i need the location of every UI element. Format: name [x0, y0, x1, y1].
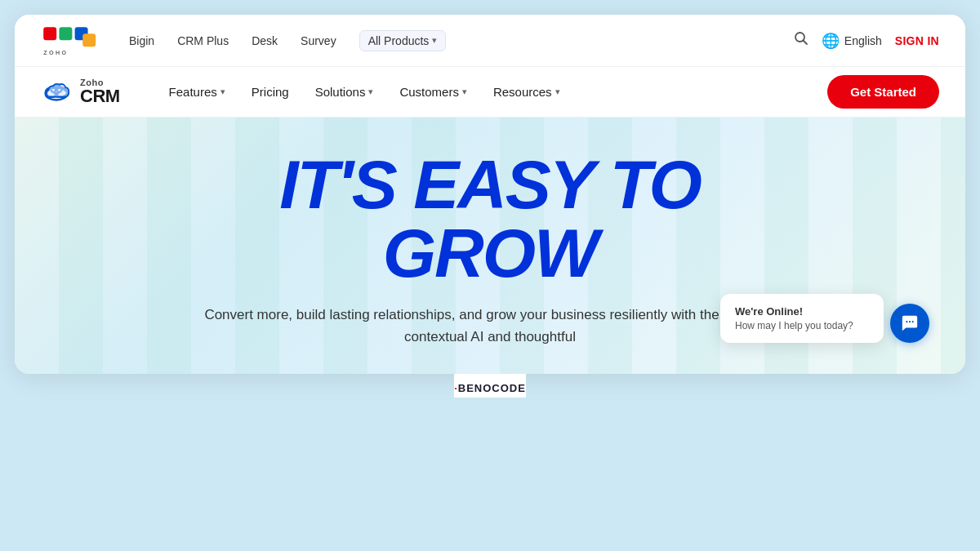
globe-icon: 🌐 — [822, 32, 840, 50]
top-navbar: ZOHO Bigin CRM Plus Desk Survey All Prod… — [15, 15, 965, 67]
chat-icon — [901, 314, 919, 332]
hero-section: IT'S EASY TO GROW Convert more, build la… — [15, 118, 965, 374]
search-icon[interactable] — [794, 31, 808, 50]
crm-nav-customers[interactable]: Customers ▾ — [390, 80, 477, 104]
crm-nav-pricing[interactable]: Pricing — [242, 80, 299, 104]
hero-title-line1: IT'S EASY TO — [204, 150, 776, 219]
top-nav-links: Bigin CRM Plus Desk Survey All Products … — [129, 30, 794, 51]
nav-bigin[interactable]: Bigin — [129, 34, 154, 47]
main-card: ZOHO Bigin CRM Plus Desk Survey All Prod… — [15, 15, 965, 374]
crm-features-label: Features — [169, 85, 217, 99]
sign-in-button[interactable]: SIGN IN — [895, 34, 939, 47]
customers-chevron-icon: ▾ — [462, 87, 467, 97]
hero-title: IT'S EASY TO GROW — [204, 150, 776, 287]
svg-point-12 — [909, 321, 911, 322]
crm-pricing-label: Pricing — [252, 85, 289, 99]
top-nav-right: 🌐 English SIGN IN — [794, 31, 939, 50]
svg-rect-0 — [43, 27, 56, 40]
all-products-label: All Products — [368, 34, 430, 47]
resources-chevron-icon: ▾ — [555, 87, 560, 97]
language-label: English — [844, 34, 882, 47]
all-products-chevron-icon: ▾ — [432, 35, 437, 46]
hero-subtitle: Convert more, build lasting relationship… — [204, 304, 776, 348]
svg-rect-1 — [59, 27, 72, 40]
svg-text:ZOHO: ZOHO — [43, 48, 68, 56]
crm-nav-links: Features ▾ Pricing Solutions ▾ Customers… — [159, 80, 828, 104]
all-products-button[interactable]: All Products ▾ — [359, 30, 447, 51]
svg-point-13 — [912, 321, 914, 322]
chat-popup: We're Online! How may I help you today? — [720, 294, 884, 343]
footer-bar: ·BENOCODE — [454, 374, 526, 398]
crm-nav-solutions[interactable]: Solutions ▾ — [305, 80, 384, 104]
nav-desk[interactable]: Desk — [252, 34, 278, 47]
crm-solutions-label: Solutions — [315, 85, 366, 99]
crm-customers-label: Customers — [399, 85, 459, 99]
get-started-button[interactable]: Get Started — [827, 75, 939, 109]
hero-title-line2: GROW — [204, 219, 776, 287]
chat-online-label: We're Online! — [735, 305, 869, 318]
crm-nav-features[interactable]: Features ▾ — [159, 80, 235, 104]
zoho-logo-area[interactable]: ZOHO — [41, 23, 100, 59]
crm-navbar: Zoho CRM Features ▾ Pricing Solutions ▾ … — [15, 67, 965, 118]
chat-prompt-label: How may I help you today? — [735, 320, 869, 331]
crm-resources-label: Resources — [493, 85, 552, 99]
nav-survey[interactable]: Survey — [301, 34, 336, 47]
svg-point-11 — [906, 321, 907, 322]
crm-label: CRM — [80, 87, 120, 105]
chat-icon-button[interactable] — [890, 304, 929, 343]
language-selector[interactable]: 🌐 English — [822, 32, 882, 50]
footer-brand: BENOCODE — [458, 382, 526, 394]
hero-content: IT'S EASY TO GROW Convert more, build la… — [204, 150, 776, 348]
crm-logo-text: Zoho CRM — [80, 78, 120, 105]
solutions-chevron-icon: ▾ — [368, 87, 373, 97]
features-chevron-icon: ▾ — [220, 87, 225, 97]
zoho-logo: ZOHO — [41, 23, 100, 59]
crm-logo-area[interactable]: Zoho CRM — [41, 77, 120, 108]
svg-rect-3 — [82, 33, 96, 47]
crm-cloud-icon — [41, 77, 72, 108]
crm-nav-resources[interactable]: Resources ▾ — [483, 80, 570, 104]
svg-line-6 — [803, 41, 807, 45]
nav-crm-plus[interactable]: CRM Plus — [177, 34, 229, 47]
